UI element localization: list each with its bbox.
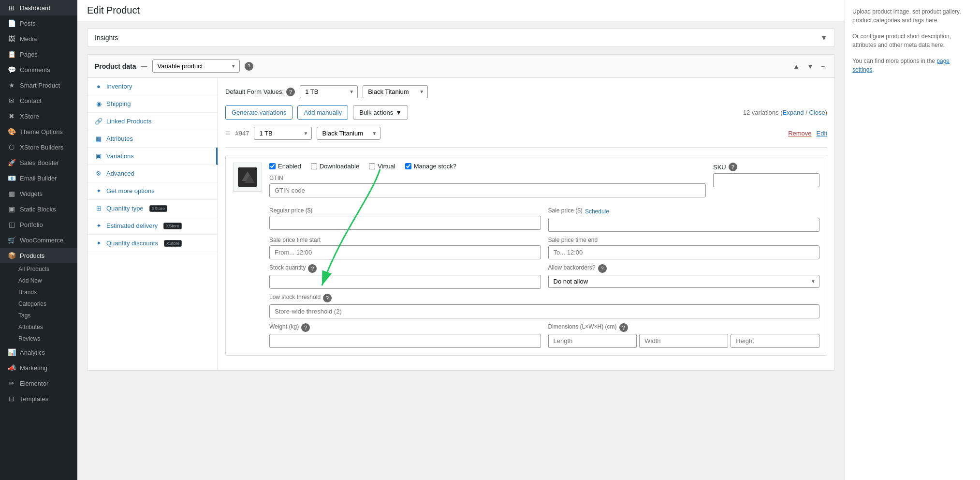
- collapse-down-button[interactable]: ▼: [804, 61, 816, 71]
- drag-handle-icon[interactable]: ≡: [225, 128, 231, 138]
- low-stock-help-icon[interactable]: ?: [323, 294, 332, 302]
- manage-stock-checkbox-label[interactable]: Manage stock?: [405, 163, 456, 170]
- tab-attributes[interactable]: ▦ Attributes: [88, 130, 218, 148]
- product-type-select[interactable]: Variable product Simple product Grouped …: [152, 60, 240, 73]
- product-type-help-icon[interactable]: ?: [245, 62, 253, 71]
- virtual-checkbox-label[interactable]: Virtual: [369, 163, 395, 170]
- sale-price-input[interactable]: [548, 218, 820, 232]
- sidebar-item-woocommerce[interactable]: 🛒 WooCommerce: [0, 232, 77, 248]
- dimensions-help-icon[interactable]: ?: [619, 323, 628, 332]
- tab-inventory[interactable]: ● Inventory: [88, 78, 218, 95]
- option1-select[interactable]: 1 TB 512 GB: [300, 85, 358, 98]
- regular-price-input[interactable]: 650: [269, 216, 541, 230]
- var-option1-wrapper[interactable]: 1 TB 512 GB: [254, 127, 312, 140]
- insights-label: Insights: [95, 34, 118, 42]
- sidebar-sub-reviews[interactable]: Reviews: [0, 333, 77, 345]
- default-form-help-icon[interactable]: ?: [286, 88, 295, 96]
- var-option2-wrapper[interactable]: Black Titanium Desert Titanium: [317, 127, 380, 140]
- var-option2-select[interactable]: Black Titanium Desert Titanium: [317, 127, 380, 140]
- collapse-up-button[interactable]: ▲: [790, 61, 802, 71]
- stock-qty-help-icon[interactable]: ?: [308, 264, 317, 273]
- sidebar-item-elementor[interactable]: ✏ Elementor: [0, 375, 77, 391]
- collapse-button[interactable]: −: [819, 61, 827, 71]
- sidebar-sub-brands[interactable]: Brands: [0, 286, 77, 298]
- sidebar-item-analytics[interactable]: 📊 Analytics: [0, 345, 77, 360]
- variation-remove-link[interactable]: Remove: [788, 130, 811, 137]
- option1-wrapper[interactable]: 1 TB 512 GB: [300, 85, 358, 98]
- tab-variations[interactable]: ▣ Variations: [88, 148, 218, 165]
- bulk-actions-button[interactable]: Bulk actions ▼: [353, 105, 408, 120]
- width-input[interactable]: [639, 334, 728, 348]
- variation-image[interactable]: [233, 163, 262, 192]
- allow-backorders-select[interactable]: Do not allow Allow Allow, but notify cus…: [548, 275, 820, 288]
- option2-wrapper[interactable]: Black Titanium Desert Titanium Natural T…: [363, 85, 428, 98]
- height-input[interactable]: [731, 334, 819, 348]
- tab-get-more-options[interactable]: ✦ Get more options: [88, 182, 218, 200]
- virtual-checkbox[interactable]: [369, 163, 375, 169]
- sidebar-sub-add-new[interactable]: Add New: [0, 275, 77, 286]
- sidebar-item-marketing[interactable]: 📣 Marketing: [0, 360, 77, 375]
- sidebar-item-posts[interactable]: 📄 Posts: [0, 15, 77, 31]
- weight-help-icon[interactable]: ?: [301, 323, 310, 332]
- product-data-dash: —: [141, 62, 147, 70]
- schedule-link[interactable]: Schedule: [585, 208, 609, 215]
- sidebar-item-sales-booster[interactable]: 🚀 Sales Booster: [0, 155, 77, 170]
- weight-input[interactable]: [269, 334, 541, 348]
- stock-qty-input[interactable]: 10: [269, 275, 541, 289]
- sidebar-item-products[interactable]: 📦 Products: [0, 248, 77, 263]
- sku-help-icon[interactable]: ?: [729, 163, 737, 171]
- sidebar-item-media[interactable]: 🖼 Media: [0, 31, 77, 46]
- backorders-wrapper[interactable]: Do not allow Allow Allow, but notify cus…: [548, 275, 820, 288]
- sale-end-input[interactable]: [548, 245, 820, 259]
- sidebar-sub-all-products[interactable]: All Products: [0, 263, 77, 275]
- enabled-checkbox[interactable]: [269, 163, 276, 169]
- tab-quantity-discounts[interactable]: ✦ Quantity discounts XStore: [88, 235, 218, 252]
- gtin-input[interactable]: [269, 183, 706, 197]
- downloadable-checkbox-label[interactable]: Downloadable: [311, 163, 359, 170]
- sidebar-sub-categories[interactable]: Categories: [0, 298, 77, 310]
- variation-edit-link[interactable]: Edit: [817, 130, 827, 137]
- sidebar-item-email-builder[interactable]: 📧 Email Builder: [0, 170, 77, 186]
- sidebar-item-theme-options[interactable]: 🎨 Theme Options: [0, 124, 77, 139]
- length-input[interactable]: [548, 334, 637, 348]
- low-stock-input[interactable]: [269, 304, 819, 318]
- right-panel-link[interactable]: page settings: [852, 58, 950, 73]
- sidebar-item-static-blocks[interactable]: ▣ Static Blocks: [0, 201, 77, 217]
- sidebar-item-label: Portfolio: [20, 221, 43, 228]
- sidebar-item-smart-product[interactable]: ★ Smart Product: [0, 77, 77, 93]
- tab-quantity-type[interactable]: ⊞ Quantity type XStore: [88, 200, 218, 217]
- generate-variations-button[interactable]: Generate variations: [225, 105, 293, 120]
- sidebar-item-widgets[interactable]: ▦ Widgets: [0, 186, 77, 201]
- backorders-help-icon[interactable]: ?: [598, 264, 607, 273]
- sidebar-item-pages[interactable]: 📋 Pages: [0, 46, 77, 62]
- sidebar-item-label: Static Blocks: [20, 206, 56, 213]
- add-manually-button[interactable]: Add manually: [297, 105, 348, 120]
- insights-header[interactable]: Insights ▼: [88, 29, 834, 46]
- sale-start-input[interactable]: [269, 245, 541, 259]
- sidebar-item-comments[interactable]: 💬 Comments: [0, 62, 77, 77]
- sidebar-item-label: Comments: [20, 66, 50, 74]
- tab-shipping[interactable]: ◉ Shipping: [88, 95, 218, 113]
- sidebar-item-xstore[interactable]: ✖ XStore: [0, 108, 77, 124]
- sidebar-item-contact[interactable]: ✉ Contact: [0, 93, 77, 108]
- product-type-wrapper[interactable]: Variable product Simple product Grouped …: [152, 60, 240, 73]
- sidebar-item-portfolio[interactable]: ◫ Portfolio: [0, 217, 77, 232]
- option2-select[interactable]: Black Titanium Desert Titanium Natural T…: [363, 85, 428, 98]
- sidebar-item-dashboard[interactable]: ⊞ Dashboard: [0, 0, 77, 15]
- downloadable-checkbox[interactable]: [311, 163, 317, 169]
- sidebar-sub-attributes[interactable]: Attributes: [0, 321, 77, 333]
- var-option1-select[interactable]: 1 TB 512 GB: [254, 127, 312, 140]
- tab-estimated-delivery[interactable]: ✦ Estimated delivery XStore: [88, 217, 218, 235]
- manage-stock-checkbox[interactable]: [405, 163, 411, 169]
- enabled-checkbox-label[interactable]: Enabled: [269, 163, 301, 170]
- sidebar-item-label: Elementor: [20, 380, 48, 387]
- close-link[interactable]: Close: [809, 109, 825, 116]
- stock-qty-label: Stock quantity: [269, 264, 306, 271]
- tab-linked-products[interactable]: 🔗 Linked Products: [88, 113, 218, 130]
- tab-advanced[interactable]: ⚙ Advanced: [88, 165, 218, 182]
- expand-link[interactable]: Expand: [782, 109, 804, 116]
- sku-input[interactable]: #000488566: [713, 173, 819, 187]
- sidebar-sub-tags[interactable]: Tags: [0, 310, 77, 321]
- sidebar-item-templates[interactable]: ⊟ Templates: [0, 391, 77, 406]
- sidebar-item-xstore-builders[interactable]: ⬡ XStore Builders: [0, 139, 77, 155]
